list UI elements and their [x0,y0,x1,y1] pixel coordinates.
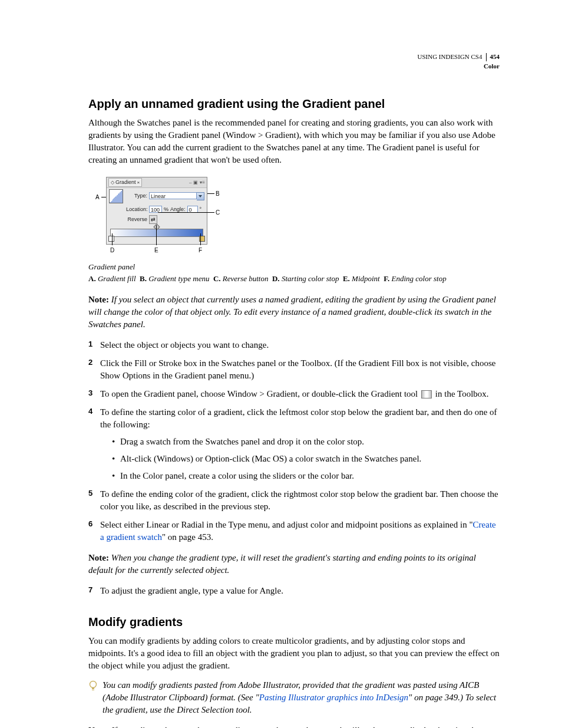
callout-E: E [154,246,158,255]
callout-A: A [95,193,100,202]
reverse-icon: ⇄ [149,215,157,224]
intro-paragraph: Although the Swatches panel is the recom… [88,117,500,166]
callout-C: C [216,209,220,217]
step-2: Click the Fill or Stroke box in the Swat… [88,357,500,382]
reverse-label: Reverse [126,216,147,223]
section-name: Color [417,62,500,70]
page-number: 454 [490,53,500,61]
figure-legend: A. Gradient fill B. Gradient type menu C… [88,274,500,284]
step-4-bullets: Drag a swatch from the Swatches panel an… [112,436,500,482]
steps-list-cont: To adjust the gradient angle, type a val… [88,585,500,597]
svg-point-0 [90,681,97,688]
step-7: To adjust the gradient angle, type a val… [88,585,500,597]
note-text: If you select an object that currently u… [88,295,496,329]
panel-tab: ◇ Gradient × [108,178,142,187]
bullet-2: Alt-click (Windows) or Option-click (Mac… [112,453,500,465]
note-2: Note: When you change the gradient type,… [88,552,500,577]
step-6: Select either Linear or Radial in the Ty… [88,519,500,543]
panel-window-icons: –▣▾≡ [189,179,205,186]
figure-caption: Gradient panel [88,262,500,272]
gradient-fill-swatch [109,189,123,203]
heading-apply-gradient: Apply an unnamed gradient using the Grad… [88,95,500,112]
note-label: Note: [88,553,109,562]
note-text: If you edit a color swatch, any gradient… [88,726,480,728]
step-4: To define the starting color of a gradie… [88,406,500,482]
note-3: Note: If you edit a color swatch, any gr… [88,724,500,728]
gradient-tool-icon [421,390,432,398]
type-label: Type: [126,192,147,200]
location-label: Location: [126,206,147,213]
lightbulb-icon [88,680,98,692]
modify-intro: You can modify gradients by adding color… [88,635,500,672]
gradient-bar [110,229,203,237]
bullet-1: Drag a swatch from the Swatches panel an… [112,436,500,448]
step-3: To open the Gradient panel, choose Windo… [88,388,500,400]
note-1: Note: If you select an object that curre… [88,294,500,331]
note-label: Note: [88,295,109,304]
type-dropdown: Linear [149,192,204,200]
step-1: Select the object or objects you want to… [88,339,500,351]
dropdown-arrow-icon [197,192,204,200]
bullet-3: In the Color panel, create a color using… [112,470,500,482]
type-value: Linear [149,192,197,199]
link-pasting-illustrator[interactable]: Pasting Illustrator graphics into InDesi… [259,693,408,702]
tip-block: You can modify gradients pasted from Ado… [88,679,500,716]
steps-list: Select the object or objects you want to… [88,339,500,543]
callout-D: D [110,246,114,255]
callout-F: F [199,246,202,255]
header-separator [486,53,487,61]
gradient-panel-mock: ◇ Gradient × –▣▾≡ Type: [106,177,207,245]
note-label: Note: [88,726,109,728]
heading-modify-gradients: Modify gradients [88,614,500,630]
panel-tab-label: Gradient [115,179,136,186]
page-header: USING INDESIGN CS4 454 Color [417,53,500,70]
step-5: To define the ending color of the gradie… [88,488,500,513]
doc-title: USING INDESIGN CS4 [417,53,482,61]
start-stop-icon [108,236,114,242]
figure-gradient-panel: ◇ Gradient × –▣▾≡ Type: [88,177,500,258]
callout-B: B [216,190,220,198]
note-text: When you change the gradient type, it wi… [88,553,476,575]
